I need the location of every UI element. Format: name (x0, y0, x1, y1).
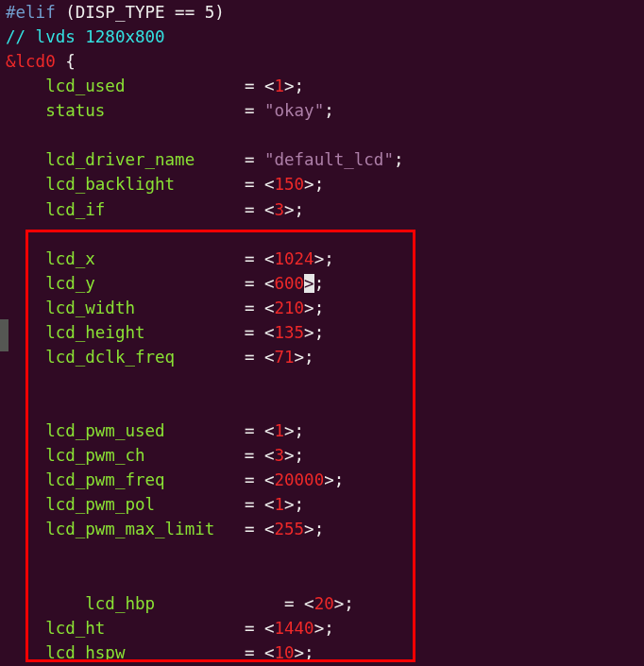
editor-gutter-mark (0, 319, 8, 351)
code-block: #elif (DISP_TYPE == 5) // lvds 1280x800 … (0, 0, 644, 665)
